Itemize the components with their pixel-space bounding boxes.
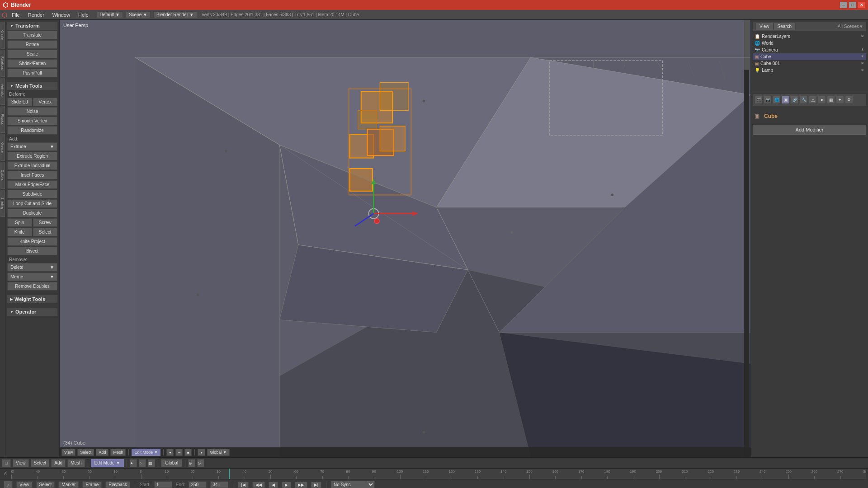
timeline-icon[interactable]: ⏱ <box>2 472 9 476</box>
status-frame-btn[interactable]: Frame <box>82 481 102 488</box>
edit-mode-indicator[interactable]: Edit Mode ▼ <box>132 449 160 456</box>
prev-keyframe-btn[interactable]: ◀◀ <box>252 482 265 488</box>
physics-props-icon[interactable]: ⚙ <box>845 96 853 104</box>
translate-btn[interactable]: Translate <box>7 31 57 39</box>
scale-btn[interactable]: Scale <box>7 50 57 58</box>
start-frame-input[interactable] <box>154 481 172 488</box>
push-pull-btn[interactable]: Push/Pull <box>7 69 57 77</box>
menu-window[interactable]: Window <box>49 11 74 19</box>
noise-btn[interactable]: Noise <box>7 107 57 116</box>
play-end-btn[interactable]: ▶| <box>311 482 321 488</box>
constraint-props-icon[interactable]: 🔗 <box>791 96 799 104</box>
viewport-3d[interactable]: User Persp <box>60 20 750 457</box>
tools-tab-create[interactable]: Create <box>0 22 5 49</box>
current-frame-input[interactable] <box>210 481 228 488</box>
status-view-btn[interactable]: View <box>16 481 33 488</box>
eye-icon-cube001[interactable]: 👁 <box>861 61 864 66</box>
remove-doubles-btn[interactable]: Remove Doubles <box>7 282 57 291</box>
play-btn[interactable]: ▶ <box>282 482 291 488</box>
texture-props-icon[interactable]: ▦ <box>827 96 835 104</box>
delete-dropdown[interactable]: Delete ▼ <box>7 263 57 272</box>
duplicate-btn[interactable]: Duplicate <box>7 209 57 217</box>
menu-render[interactable]: Render <box>24 11 48 19</box>
merge-dropdown[interactable]: Merge ▼ <box>7 272 57 281</box>
maximize-btn[interactable]: □ <box>849 2 856 8</box>
eye-icon-cube[interactable]: 👁 <box>861 55 864 59</box>
status-marker-btn[interactable]: Marker <box>58 481 79 488</box>
vp-view-btn[interactable]: View <box>61 449 75 456</box>
vp-edge-select[interactable]: ─ <box>175 449 183 456</box>
texture-shading[interactable]: ▦ <box>148 459 155 467</box>
viewport-icon[interactable]: □ <box>2 459 11 467</box>
mesh-tools-header[interactable]: ▼ Mesh Tools <box>7 82 57 90</box>
extrude-individual-btn[interactable]: Extrude Individual <box>7 161 57 170</box>
vp-mesh-btn[interactable]: Mesh <box>110 449 126 456</box>
tools-tab-physics[interactable]: Physics <box>0 106 5 133</box>
eye-icon-rl[interactable]: 👁 <box>861 34 864 38</box>
view-btn[interactable]: View <box>755 23 774 30</box>
menu-help[interactable]: Help <box>75 11 92 19</box>
snap-btn[interactable]: ⊕ <box>188 459 195 467</box>
object-props-icon[interactable]: ▣ <box>782 96 790 104</box>
material-props-icon[interactable]: ● <box>818 96 826 104</box>
tools-tab-relations[interactable]: Relations <box>0 50 5 77</box>
particles-props-icon[interactable]: ✦ <box>836 96 844 104</box>
render-props-icon[interactable]: 🎬 <box>755 96 763 104</box>
world-props-icon[interactable]: 🌐 <box>773 96 781 104</box>
end-frame-input[interactable] <box>189 481 207 488</box>
outliner-options[interactable]: ▼ <box>859 24 863 29</box>
layout-selector[interactable]: Default ▼ <box>97 11 123 18</box>
vp-add-btn[interactable]: Add <box>96 449 108 456</box>
status-playback-btn[interactable]: Playback <box>105 481 130 488</box>
scene-item-cube001[interactable]: ▣ Cube.001 👁 <box>753 60 866 67</box>
randomize-btn[interactable]: Randomize <box>7 126 57 135</box>
select-btn[interactable]: Select <box>33 228 58 236</box>
minimize-btn[interactable]: ─ <box>840 2 847 8</box>
inset-faces-btn[interactable]: Inset Faces <box>7 171 57 179</box>
tools-tab-shading[interactable]: Shading <box>0 190 5 217</box>
bisect-btn[interactable]: Bisect <box>7 247 57 255</box>
data-props-icon[interactable]: △ <box>809 96 817 104</box>
screw-btn[interactable]: Screw <box>33 218 58 227</box>
scene-item-lamp[interactable]: 💡 Lamp 👁 <box>753 67 866 74</box>
rotate-btn[interactable]: Rotate <box>7 40 57 49</box>
scene-item-renderlayers[interactable]: 📋 RenderLayers 👁 <box>753 33 866 40</box>
mode-indicator[interactable]: Edit Mode ▼ <box>91 459 124 467</box>
close-btn[interactable]: ✕ <box>858 2 865 8</box>
scene-props-icon[interactable]: 📷 <box>764 96 772 104</box>
scene-item-camera[interactable]: 📷 Camera 👁 <box>753 47 866 53</box>
vp-select-btn[interactable]: Select <box>77 449 94 456</box>
weight-tools-header[interactable]: ▶ Weight Tools <box>7 295 57 303</box>
eye-icon-cam[interactable]: 👁 <box>861 48 864 52</box>
scene-item-cube[interactable]: ▣ Cube 👁 <box>753 53 866 60</box>
eye-icon-lamp[interactable]: 👁 <box>861 68 864 72</box>
add-menu-btn[interactable]: Add <box>51 459 66 467</box>
mesh-menu-btn[interactable]: Mesh <box>67 459 85 467</box>
solid-shading[interactable]: ● <box>130 459 137 467</box>
tools-tab-animation[interactable]: Animation <box>0 78 5 105</box>
vp-face-select[interactable]: ■ <box>184 449 192 456</box>
global-btn[interactable]: Global <box>161 459 182 467</box>
add-modifier-btn[interactable]: Add Modifier <box>753 125 866 135</box>
knife-project-btn[interactable]: Knife Project <box>7 237 57 246</box>
proportional-btn[interactable]: ⊙ <box>197 459 204 467</box>
play-start-btn[interactable]: |◀ <box>238 482 248 488</box>
wire-shading[interactable]: ○ <box>139 459 146 467</box>
menu-file[interactable]: File <box>8 11 24 19</box>
vp-global-local[interactable]: Global ▼ <box>207 449 229 456</box>
extrude-dropdown[interactable]: Extrude ▼ <box>7 142 57 151</box>
search-btn[interactable]: Search <box>774 23 796 30</box>
next-frame-btn[interactable]: ▶▶ <box>295 482 307 488</box>
modifier-props-icon[interactable]: 🔧 <box>800 96 808 104</box>
timeline-ruler[interactable]: -50-40-30-20-100102030405060708090100110… <box>11 469 866 479</box>
scene-selector[interactable]: Scene ▼ <box>126 11 151 18</box>
operator-header[interactable]: ▼ Operator <box>7 308 57 316</box>
vp-vert-select[interactable]: ● <box>166 449 174 456</box>
tools-tab-options[interactable]: Options <box>0 162 5 189</box>
status-select-btn[interactable]: Select <box>36 481 55 488</box>
make-edge-face-btn[interactable]: Make Edge/Face <box>7 180 57 189</box>
shrink-fatten-btn[interactable]: Shrink/Fatten <box>7 59 57 68</box>
subdivide-btn[interactable]: Subdivide <box>7 190 57 198</box>
tools-tab-grease[interactable]: Grease <box>0 134 5 161</box>
spin-btn[interactable]: Spin <box>7 218 32 227</box>
